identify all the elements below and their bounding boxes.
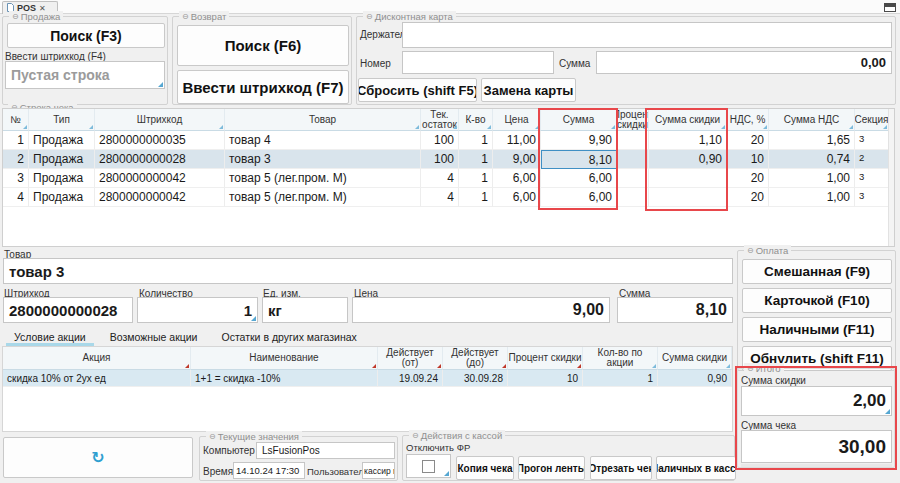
col-header[interactable]: Цена <box>493 109 541 131</box>
user-field[interactable]: кассир маг 1 <box>362 462 395 479</box>
table-row-selected[interactable]: 2 Продажа 2800000000028 товар 3 100 1 9,… <box>3 150 889 169</box>
col-header[interactable]: Секция <box>855 109 889 131</box>
refresh-icon: ↻ <box>91 448 104 467</box>
time-field[interactable]: 14.10.24 17:30 <box>233 462 305 479</box>
cell: 3 <box>855 188 889 207</box>
return-search-button[interactable]: Поиск (F6) <box>177 25 349 66</box>
sale-barcode-input[interactable]: Пустая строка <box>5 61 165 89</box>
cell: товар 3 <box>225 150 421 169</box>
return-barcode-button[interactable]: Ввести штрихкод (F7) <box>177 70 349 104</box>
cell: Продажа <box>29 169 95 188</box>
cell: 3 <box>3 169 29 188</box>
cell: 1 <box>3 131 29 150</box>
table-row[interactable]: 3 Продажа 2800000000042 товар 5 (лег.про… <box>3 169 889 188</box>
card-reset-button[interactable]: Сбросить (shift F5) <box>358 78 477 102</box>
refresh-button[interactable]: ↻ <box>3 437 193 478</box>
col-header[interactable]: Сумма <box>541 109 617 131</box>
col-header[interactable]: Штрихкод <box>95 109 225 131</box>
cell: 100 <box>421 131 459 150</box>
collapse-icon[interactable]: ⊖ <box>747 246 754 255</box>
cash-actions-panel-title: Действия с кассой <box>421 430 503 441</box>
sale-search-button[interactable]: Поиск (F3) <box>7 23 165 48</box>
col-header[interactable]: НДС, % <box>727 109 769 131</box>
tab-possible-promos[interactable]: Возможные акции <box>98 329 210 346</box>
col-header[interactable]: № <box>3 109 29 131</box>
sale-panel: ⊖ Продажа Поиск (F3) Ввести штрихкод (F4… <box>2 16 168 105</box>
receipt-header-row: № Тип Штрихкод Товар Тек. остаток К-во Ц… <box>3 109 889 131</box>
payment-card-button[interactable]: Карточкой (F10) <box>742 288 892 313</box>
cut-receipt-button[interactable]: Отрезать чек <box>590 456 652 480</box>
collapse-icon[interactable]: ⊖ <box>182 12 189 21</box>
col-header[interactable]: Процент скидки <box>508 347 583 370</box>
card-sum-value[interactable]: 0,00 <box>596 51 892 74</box>
cell: 1,00 <box>769 169 855 188</box>
col-header[interactable]: Сумма скидки <box>649 109 727 131</box>
tab-other-stores-stock[interactable]: Остатки в других магазинах <box>209 329 368 346</box>
table-scrollbar[interactable] <box>888 109 894 246</box>
cell: 6,00 <box>541 169 617 188</box>
product-name-field[interactable]: товар 3 <box>3 258 733 284</box>
collapse-icon[interactable]: ⊖ <box>366 12 373 21</box>
cell: 2800000000042 <box>95 188 225 207</box>
cell: 30.09.28 <box>443 370 508 387</box>
sale-panel-label: ⊖ Продажа <box>9 11 63 22</box>
window-icon[interactable] <box>884 3 896 12</box>
feed-tape-button[interactable]: Прогон ленты <box>518 456 585 480</box>
receipt-copy-button[interactable]: Копия чека <box>456 456 514 480</box>
collapse-icon[interactable]: ⊖ <box>209 432 216 441</box>
tab-promo-conditions[interactable]: Условие акции <box>2 329 98 346</box>
cell: 2800000000035 <box>95 131 225 150</box>
total-discount-label: Сумма скидки <box>741 375 806 386</box>
col-header[interactable]: Наименование <box>191 347 378 370</box>
collapse-icon[interactable]: ⊖ <box>12 12 19 21</box>
cell <box>649 169 727 188</box>
col-header[interactable]: Действует (до) <box>443 347 508 370</box>
product-sum-field[interactable]: 8,10 <box>617 297 733 323</box>
cell: 20 <box>727 169 769 188</box>
col-header[interactable]: Товар <box>225 109 421 131</box>
cell <box>617 150 649 169</box>
number-label: Номер <box>360 58 391 69</box>
table-row[interactable]: 4 Продажа 2800000000042 товар 5 (лег.про… <box>3 188 889 207</box>
cell-focused[interactable]: 8,10 <box>541 150 617 169</box>
col-header[interactable]: Сумма НДС <box>769 109 855 131</box>
card-replace-button[interactable]: Замена карты <box>481 78 576 102</box>
col-header[interactable]: Сумма скидки <box>658 347 732 370</box>
total-panel-title: Итого <box>756 363 781 374</box>
total-sum-value[interactable]: 30,00 <box>741 430 892 463</box>
cell: 19.09.24 <box>378 370 443 387</box>
cell: 4 <box>421 169 459 188</box>
total-discount-value[interactable]: 2,00 <box>741 386 892 416</box>
col-header[interactable]: Кол-во по акции <box>583 347 658 370</box>
payment-cash-button[interactable]: Наличными (F11) <box>742 317 892 342</box>
cash-in-drawer-button[interactable]: Наличных в кассе <box>656 456 736 480</box>
product-barcode-field[interactable]: 2800000000028 <box>3 297 133 323</box>
promo-row[interactable]: скидка 10% от 2ух ед 1+1 = скидка -10% 1… <box>3 370 732 387</box>
cell: 9,00 <box>493 150 541 169</box>
cell: 1 <box>459 131 493 150</box>
col-header[interactable]: Акция <box>3 347 191 370</box>
cell: 10 <box>727 150 769 169</box>
cell: 1+1 = скидка -10% <box>191 370 378 387</box>
current-values-panel-label: ⊖ Текущие значения <box>206 431 302 442</box>
cell: 9,90 <box>541 131 617 150</box>
collapse-icon[interactable]: ⊖ <box>747 364 754 373</box>
cell: 11,00 <box>493 131 541 150</box>
cell: 1 <box>459 169 493 188</box>
disable-fr-checkbox[interactable] <box>422 460 435 473</box>
col-header[interactable]: Тип <box>29 109 95 131</box>
product-unit-field[interactable]: кг <box>262 297 348 323</box>
cell: 6,00 <box>493 188 541 207</box>
product-qty-field[interactable]: 1 <box>137 297 258 323</box>
computer-field[interactable]: LsFusionPos <box>256 442 395 459</box>
col-header[interactable]: К-во <box>459 109 493 131</box>
col-header[interactable]: Процент скидки <box>617 109 649 131</box>
product-price-field[interactable]: 9,00 <box>352 297 610 323</box>
col-header[interactable]: Тек. остаток <box>421 109 459 131</box>
payment-mixed-button[interactable]: Смешанная (F9) <box>742 259 892 284</box>
holder-input[interactable] <box>402 22 892 48</box>
number-input[interactable] <box>402 51 554 74</box>
col-header[interactable]: Действует (от) <box>378 347 443 370</box>
table-row[interactable]: 1 Продажа 2800000000035 товар 4 100 1 11… <box>3 131 889 150</box>
collapse-icon[interactable]: ⊖ <box>412 431 419 440</box>
